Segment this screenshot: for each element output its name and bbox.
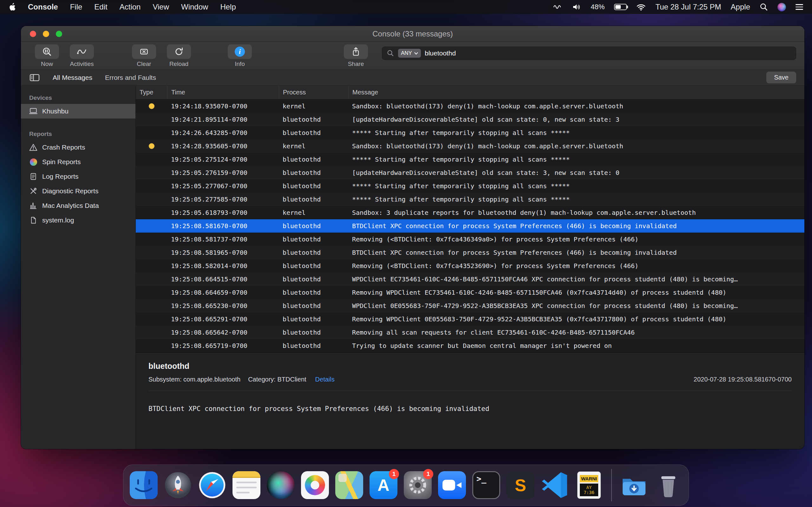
menubar-app-name[interactable]: Console [28,3,58,11]
search-input[interactable]: bluetoothd [425,49,456,57]
row-message: Sandbox: bluetoothd(173) deny(1) mach-lo… [348,102,804,110]
log-row[interactable]: 19:25:08.665291-0700bluetoothdRemoving W… [136,313,804,326]
clear-icon [139,47,149,56]
column-header-type[interactable]: Type [136,86,167,99]
wave-icon[interactable] [553,4,563,10]
log-row[interactable]: 19:25:08.664515-0700bluetoothdWPDClient … [136,273,804,286]
log-row[interactable]: 19:25:05.277585-0700bluetoothd***** Star… [136,193,804,206]
log-row[interactable]: 19:25:05.276159-0700bluetoothd[updateHar… [136,166,804,179]
row-time: 19:25:08.665230-0700 [167,302,279,309]
sidebar-item-log-reports[interactable]: Log Reports [21,169,136,184]
log-row[interactable]: 19:24:18.935070-0700kernelSandbox: bluet… [136,100,804,113]
row-time: 19:25:08.581737-0700 [167,235,279,243]
row-message: Sandbox: bluetoothd(173) deny(1) mach-lo… [348,142,804,150]
sidebar-item-diagnostic-reports[interactable]: Diagnostic Reports [21,184,136,199]
menubar-user[interactable]: Apple [731,3,750,11]
log-row[interactable]: 19:25:08.582014-0700bluetoothdRemoving (… [136,259,804,273]
dock-item-system-preferences[interactable]: 1 [403,470,433,500]
log-row[interactable]: 19:25:08.581737-0700bluetoothdRemoving (… [136,233,804,246]
now-icon [42,47,52,56]
row-time: 19:25:08.664515-0700 [167,275,279,283]
dock-item-vscode[interactable] [540,470,570,500]
log-row[interactable]: 19:24:28.935605-0700kernelSandbox: bluet… [136,139,804,153]
menu-file[interactable]: File [70,3,83,11]
search-field[interactable]: ANY bluetoothd [382,47,796,60]
info-button[interactable]: i Info [228,44,252,67]
log-row[interactable]: 19:25:08.665719-0700bluetoothdTrying to … [136,339,804,352]
row-process: bluetoothd [279,342,348,349]
dock-item-safari[interactable] [197,470,227,500]
dock-item-notes[interactable] [231,470,262,500]
table-header: TypeTimeProcessMessage [136,86,804,100]
share-button[interactable]: Share [344,44,368,67]
tab-all-messages[interactable]: All Messages [53,74,92,81]
detail-pane: bluetoothd Subsystem: com.apple.bluetoot… [136,352,804,449]
dock-item-launchpad[interactable] [163,470,193,500]
row-process: bluetoothd [279,156,348,163]
save-button[interactable]: Save [766,72,796,83]
sidebar-item-khushbu[interactable]: Khushbu [21,104,136,118]
menu-window[interactable]: Window [181,3,208,11]
menu-edit[interactable]: Edit [94,3,107,11]
wifi-icon[interactable] [636,3,646,11]
log-row[interactable]: 19:25:08.665642-0700bluetoothdRemoving a… [136,326,804,339]
column-header-time[interactable]: Time [167,86,279,99]
battery-icon[interactable] [614,4,627,10]
menu-help[interactable]: Help [220,3,236,11]
dock-item-sublime-text[interactable]: S [505,470,536,500]
details-link[interactable]: Details [315,376,335,383]
row-time: 19:24:28.935605-0700 [167,142,279,150]
dock-item-photos[interactable] [300,470,330,500]
menu-view[interactable]: View [153,3,169,11]
dock-item-app-store[interactable]: A1 [368,470,399,500]
dock-item-zoom[interactable] [437,470,467,500]
apple-logo-icon[interactable] [9,3,16,11]
sidebar-item-spin-reports[interactable]: Spin Reports [21,155,136,169]
sidebar-toggle-icon[interactable] [29,73,40,82]
log-row[interactable]: 19:25:08.581965-0700bluetoothdBTDClient … [136,246,804,259]
activities-button[interactable]: Activities [70,44,94,67]
log-row[interactable]: 19:25:05.618793-0700kernelSandbox: 3 dup… [136,206,804,219]
row-message: Removing WPDClient 0E055683-750F-4729-95… [348,315,804,323]
log-row[interactable]: 19:24:21.895114-0700bluetoothd[updateHar… [136,113,804,126]
info-icon: i [235,47,245,57]
log-row[interactable]: 19:24:26.643285-0700bluetoothd***** Star… [136,126,804,139]
dock-item-maps[interactable] [334,470,364,500]
log-row[interactable]: 19:25:08.664659-0700bluetoothdRemoving W… [136,286,804,299]
dock-item-trash[interactable] [653,470,683,500]
log-row[interactable]: 19:25:08.665230-0700bluetoothdWPDClient … [136,299,804,313]
close-button[interactable] [30,31,36,37]
dock-item-warning-file[interactable]: WARNIAY 7:36 [574,470,604,500]
minimize-button[interactable] [43,31,49,37]
row-process: bluetoothd [279,195,348,203]
sidebar-item-mac-analytics-data[interactable]: Mac Analytics Data [21,199,136,213]
dock-item-terminal[interactable]: >_ [471,470,502,500]
sidebar-item-system-log[interactable]: system.log [21,213,136,228]
dock-item-downloads[interactable] [619,470,649,500]
menubar-clock[interactable]: Tue 28 Jul 7:25 PM [655,3,721,11]
dock-item-siri[interactable] [265,470,296,500]
sidebar-section-reports: Reports [21,127,136,140]
column-header-process[interactable]: Process [279,86,348,99]
log-row[interactable]: 19:25:05.275124-0700bluetoothd***** Star… [136,153,804,166]
siri-icon[interactable] [777,3,786,11]
sidebar-item-crash-reports[interactable]: Crash Reports [21,140,136,155]
notification-center-icon[interactable] [796,4,803,10]
clear-button[interactable]: Clear [132,44,156,67]
reload-button[interactable]: Reload [167,44,191,67]
log-row[interactable]: 19:25:08.581670-0700bluetoothdBTDClient … [136,219,804,233]
menu-action[interactable]: Action [119,3,141,11]
now-button[interactable]: Now [35,44,59,67]
row-time: 19:25:08.665719-0700 [167,342,279,349]
dock-item-finder[interactable] [129,470,159,500]
tab-errors-and-faults[interactable]: Errors and Faults [105,74,156,81]
volume-icon[interactable] [572,3,581,11]
title-bar[interactable]: Console (33 messages) [21,26,804,42]
search-scope-chip[interactable]: ANY [398,49,421,58]
spotlight-search-icon[interactable] [760,3,768,11]
column-header-message[interactable]: Message [348,86,804,99]
log-content: TypeTimeProcessMessage 19:24:18.935070-0… [136,86,804,449]
zoom-button[interactable] [56,31,62,37]
menu-bar: Console FileEditActionViewWindowHelp 48%… [0,0,812,14]
log-row[interactable]: 19:25:05.277067-0700bluetoothd***** Star… [136,179,804,193]
